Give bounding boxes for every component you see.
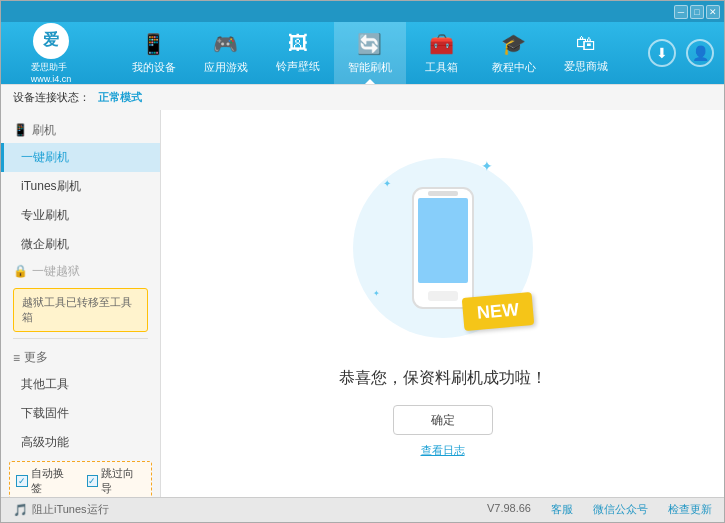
maximize-button[interactable]: □ xyxy=(690,5,704,19)
nav-tutorial[interactable]: 🎓 教程中心 xyxy=(478,22,550,84)
wechat-public-link[interactable]: 微信公众号 xyxy=(593,502,648,517)
nav-smart[interactable]: 🔄 智能刷机 xyxy=(334,22,406,84)
sparkle-1: ✦ xyxy=(383,178,391,189)
phone-svg xyxy=(403,183,483,313)
sidebar-item-itunes[interactable]: iTunes刷机 xyxy=(1,172,160,201)
auto-sign-box: ✓ xyxy=(16,475,28,487)
status-value: 正常模式 xyxy=(98,90,142,105)
checkbox-area: ✓ 自动换签 ✓ 跳过向导 xyxy=(9,461,152,496)
sidebar-item-jailbreak-disabled: 🔒 一键越狱 xyxy=(1,259,160,284)
title-bar: ─ □ ✕ xyxy=(1,1,724,22)
block-itunes-label: 阻止iTunes运行 xyxy=(32,502,109,517)
apps-nav-icon: 🎮 xyxy=(213,32,238,56)
tools-nav-icon: 🧰 xyxy=(429,32,454,56)
sidebar-item-advanced[interactable]: 高级功能 xyxy=(1,428,160,457)
skip-wizard-box: ✓ xyxy=(87,475,99,487)
nav-store[interactable]: 🛍 爱思商城 xyxy=(550,22,622,84)
nav-apps[interactable]: 🎮 应用游戏 xyxy=(190,22,262,84)
main-layout: 📱 刷机 一键刷机 iTunes刷机 专业刷机 微企刷机 🔒 一键越狱 越狱工具… xyxy=(1,110,724,497)
sidebar-section-flash: 📱 刷机 xyxy=(1,118,160,143)
logo-area: 爱 爱思助手 www.i4.cn xyxy=(11,23,91,84)
sidebar-section-more: ≡ 更多 xyxy=(1,345,160,370)
confirm-button[interactable]: 确定 xyxy=(393,405,493,435)
download-button[interactable]: ⬇ xyxy=(648,39,676,67)
flash-section-icon: 📱 xyxy=(13,123,28,137)
logo-icon: 爱 xyxy=(33,23,69,59)
sidebar-item-other-tools[interactable]: 其他工具 xyxy=(1,370,160,399)
sidebar-jailbreak-note: 越狱工具已转移至工具箱 xyxy=(13,288,148,333)
minimize-button[interactable]: ─ xyxy=(674,5,688,19)
title-bar-controls: ─ □ ✕ xyxy=(674,5,720,19)
status-label: 设备连接状态： xyxy=(13,90,90,105)
view-log-link[interactable]: 查看日志 xyxy=(421,443,465,458)
smart-nav-icon: 🔄 xyxy=(357,32,382,56)
svg-rect-1 xyxy=(418,198,468,283)
nav-tools[interactable]: 🧰 工具箱 xyxy=(406,22,478,84)
sidebar-item-weiqun[interactable]: 微企刷机 xyxy=(1,230,160,259)
sidebar-item-pro[interactable]: 专业刷机 xyxy=(1,201,160,230)
customer-service-link[interactable]: 客服 xyxy=(551,502,573,517)
nav-device[interactable]: 📱 我的设备 xyxy=(118,22,190,84)
app-wrapper: ─ □ ✕ 爱 爱思助手 www.i4.cn 📱 我的设备 🎮 应用游戏 🖼 xyxy=(0,0,725,523)
tutorial-nav-icon: 🎓 xyxy=(501,32,526,56)
nav-right-buttons: ⬇ 👤 xyxy=(648,39,714,67)
sidebar-item-onekey[interactable]: 一键刷机 xyxy=(1,143,160,172)
sparkle-3: ✦ xyxy=(373,289,380,298)
user-button[interactable]: 👤 xyxy=(686,39,714,67)
phone-illustration: ✦ ✦ ✦ NEW xyxy=(343,148,543,348)
itunes-icon: 🎵 xyxy=(13,503,28,517)
more-section-icon: ≡ xyxy=(13,351,20,365)
sparkle-2: ✦ xyxy=(481,158,493,174)
wallpaper-nav-icon: 🖼 xyxy=(288,32,308,55)
version-text: V7.98.66 xyxy=(487,502,531,517)
success-text: 恭喜您，保资料刷机成功啦！ xyxy=(339,368,547,389)
svg-rect-3 xyxy=(428,291,458,301)
close-button[interactable]: ✕ xyxy=(706,5,720,19)
auto-sign-checkbox[interactable]: ✓ 自动换签 xyxy=(16,466,75,496)
check-update-link[interactable]: 检查更新 xyxy=(668,502,712,517)
lock-icon: 🔒 xyxy=(13,264,28,278)
content-area: ✦ ✦ ✦ NEW 恭喜您，保资料刷机成功啦！ xyxy=(161,110,724,497)
bottom-bar-left: 🎵 阻止iTunes运行 xyxy=(13,502,467,517)
status-bar: 设备连接状态： 正常模式 xyxy=(1,84,724,109)
skip-wizard-checkbox[interactable]: ✓ 跳过向导 xyxy=(87,466,146,496)
bottom-bar-right: V7.98.66 客服 微信公众号 检查更新 xyxy=(487,502,712,517)
nav-wallpaper[interactable]: 🖼 铃声壁纸 xyxy=(262,22,334,84)
sidebar-item-download-firmware[interactable]: 下载固件 xyxy=(1,399,160,428)
bottom-bar: 🎵 阻止iTunes运行 V7.98.66 客服 微信公众号 检查更新 xyxy=(1,497,724,522)
store-nav-icon: 🛍 xyxy=(576,32,596,55)
sidebar-divider xyxy=(13,338,148,339)
new-badge: NEW xyxy=(461,292,534,331)
nav-items: 📱 我的设备 🎮 应用游戏 🖼 铃声壁纸 🔄 智能刷机 🧰 工具箱 🎓 xyxy=(91,22,648,84)
logo-text: 爱思助手 www.i4.cn xyxy=(31,61,72,84)
device-nav-icon: 📱 xyxy=(141,32,166,56)
svg-rect-2 xyxy=(428,191,458,196)
top-nav: 爱 爱思助手 www.i4.cn 📱 我的设备 🎮 应用游戏 🖼 铃声壁纸 🔄 … xyxy=(1,22,724,84)
sidebar: 📱 刷机 一键刷机 iTunes刷机 专业刷机 微企刷机 🔒 一键越狱 越狱工具… xyxy=(1,110,161,497)
